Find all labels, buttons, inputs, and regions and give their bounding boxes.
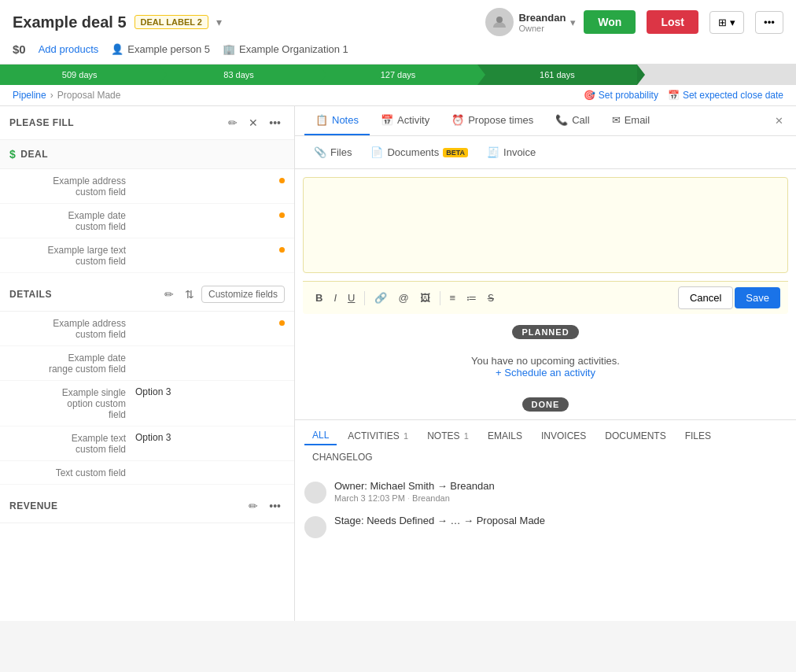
breadcrumb: Pipeline › Proposal Made (13, 90, 120, 101)
details-section-header: DETAILS ✏ ⇅ Customize fields (0, 278, 294, 312)
done-section: DONE (295, 397, 796, 412)
field-label: Example datecustom field (9, 209, 135, 232)
activity-log: Owner: Michael Smith → Breandan March 3 … (295, 472, 796, 557)
owner-name: Breandan (518, 12, 566, 24)
toolbar-separator (440, 291, 440, 305)
dollar-icon: $ (9, 148, 16, 161)
filter-files-button[interactable]: FILES (677, 426, 719, 445)
please-fill-label: PLEASE FILL (9, 117, 74, 128)
org-name: Example Organization 1 (239, 43, 348, 55)
schedule-activity-link[interactable]: + Schedule an activity (496, 367, 595, 378)
pipeline-link[interactable]: Pipeline (13, 90, 46, 101)
view-dropdown-icon: ▾ (730, 17, 735, 28)
table-row: Example addresscustom field (0, 312, 294, 346)
mention-button[interactable]: @ (393, 289, 413, 307)
bold-button[interactable]: B (311, 289, 327, 307)
required-indicator (279, 320, 285, 326)
svg-point-0 (496, 17, 503, 23)
filter-activities-button[interactable]: ACTIVITIES 1 (340, 426, 416, 445)
customize-fields-button[interactable]: Customize fields (201, 286, 285, 303)
breadcrumb-bar: Pipeline › Proposal Made 🎯 Set probabili… (0, 85, 796, 106)
invoice-icon: 🧾 (487, 146, 499, 158)
stage-label: Proposal Made (57, 90, 121, 101)
edit-details-button[interactable]: ✏ (160, 286, 178, 303)
lost-button[interactable]: Lost (647, 10, 698, 34)
filter-invoices-button[interactable]: INVOICES (533, 426, 594, 445)
note-editor[interactable] (303, 177, 788, 273)
planned-badge: PLANNED (512, 325, 578, 339)
field-label: Example textcustom field (9, 432, 135, 455)
deal-dropdown-icon[interactable]: ▾ (216, 16, 222, 28)
owner-area: Breandan Owner ▾ (485, 8, 576, 36)
add-products-link[interactable]: Add products (39, 43, 99, 55)
editor-toolbar: B I U 🔗 @ 🖼 ≡ ≔ S̶ Cancel Save (303, 281, 788, 314)
header: Example deal 5 DEAL LABEL 2 ▾ Breandan O… (0, 0, 796, 65)
deal-label: DEAL LABEL 2 (135, 15, 208, 29)
log-meta: March 3 12:03 PM · Breandan (334, 493, 787, 503)
italic-button[interactable]: I (329, 289, 341, 307)
close-please-fill-button[interactable]: ✕ (245, 114, 262, 131)
header-sub: $0 Add products 👤 Example person 5 🏢 Exa… (13, 42, 783, 56)
set-probability-link[interactable]: 🎯 Set probability (584, 90, 658, 101)
field-label: Example addresscustom field (9, 175, 135, 198)
more-revenue-button[interactable]: ••• (265, 497, 285, 515)
numbered-list-button[interactable]: ≔ (462, 289, 481, 307)
propose-times-tab-icon: ⏰ (451, 114, 464, 126)
files-icon: 📎 (314, 146, 326, 158)
avatar (485, 8, 514, 36)
save-button[interactable]: Save (735, 287, 780, 308)
field-label: Example addresscustom field (9, 317, 135, 340)
table-row: Example daterange custom field (0, 346, 294, 381)
sub-tab-invoice[interactable]: 🧾 Invoice (477, 142, 545, 162)
filter-notes-button[interactable]: NOTES 1 (419, 426, 477, 445)
please-fill-title: PLEASE FILL (9, 117, 224, 128)
strikethrough-button[interactable]: S̶ (483, 289, 499, 307)
tab-email[interactable]: ✉ Email (601, 106, 661, 135)
close-tab-button[interactable]: ✕ (772, 112, 787, 130)
tab-propose-times[interactable]: ⏰ Propose times (440, 106, 544, 135)
edit-revenue-button[interactable]: ✏ (245, 497, 262, 515)
list-item: Owner: Michael Smith → Breandan March 3 … (304, 480, 787, 504)
planned-section: PLANNED (295, 325, 796, 339)
won-button[interactable]: Won (584, 10, 636, 34)
progress-bar: 509 days 83 days 127 days 161 days (0, 65, 796, 85)
log-content: Owner: Michael Smith → Breandan March 3 … (334, 480, 787, 504)
sub-tab-documents[interactable]: 📄 Documents BETA (361, 142, 477, 162)
link-button[interactable]: 🔗 (370, 289, 392, 307)
table-row: Example singleoption customfield Option … (0, 381, 294, 426)
no-activities-text: You have no upcoming activities. (303, 355, 788, 367)
filter-changelog-button[interactable]: CHANGELOG (304, 449, 381, 466)
owner-role: Owner (518, 24, 566, 33)
table-row: Example datecustom field (0, 204, 294, 238)
field-value[interactable]: Option 3 (135, 432, 285, 443)
progress-seg-2: 83 days (159, 65, 318, 85)
filter-documents-button[interactable]: DOCUMENTS (597, 426, 673, 445)
filter-all-button[interactable]: ALL (304, 426, 337, 445)
sort-details-button[interactable]: ⇅ (181, 286, 198, 303)
set-close-date-link[interactable]: 📅 Set expected close date (668, 90, 783, 101)
sub-tab-files[interactable]: 📎 Files (304, 142, 361, 162)
edit-please-fill-button[interactable]: ✏ (224, 114, 241, 131)
activity-tab-icon: 📅 (381, 114, 393, 126)
more-options-button[interactable]: ••• (755, 11, 783, 34)
owner-dropdown-icon[interactable]: ▾ (570, 17, 576, 28)
view-toggle-button[interactable]: ⊞ ▾ (709, 11, 744, 34)
revenue-section-header: REVENUE ✏ ••• (0, 489, 294, 523)
tab-activity[interactable]: 📅 Activity (370, 106, 440, 135)
please-fill-section: PLEASE FILL ✏ ✕ ••• (0, 106, 294, 140)
activity-filter: ALL ACTIVITIES 1 NOTES 1 EMAILS INVOICES… (295, 419, 796, 472)
documents-icon: 📄 (370, 146, 383, 158)
tab-notes[interactable]: 📋 Notes (304, 106, 370, 135)
cancel-button[interactable]: Cancel (678, 286, 733, 309)
table-row: Example large textcustom field (0, 238, 294, 273)
filter-emails-button[interactable]: EMAILS (480, 426, 530, 445)
image-button[interactable]: 🖼 (415, 289, 435, 307)
more-please-fill-button[interactable]: ••• (265, 114, 285, 131)
editor-content[interactable] (311, 186, 779, 264)
activities-count: 1 (404, 431, 408, 441)
field-value[interactable]: Option 3 (135, 386, 285, 397)
bullet-list-button[interactable]: ≡ (445, 289, 461, 307)
underline-button[interactable]: U (343, 289, 359, 307)
tab-call[interactable]: 📞 Call (544, 106, 600, 135)
beta-badge: BETA (443, 148, 468, 157)
